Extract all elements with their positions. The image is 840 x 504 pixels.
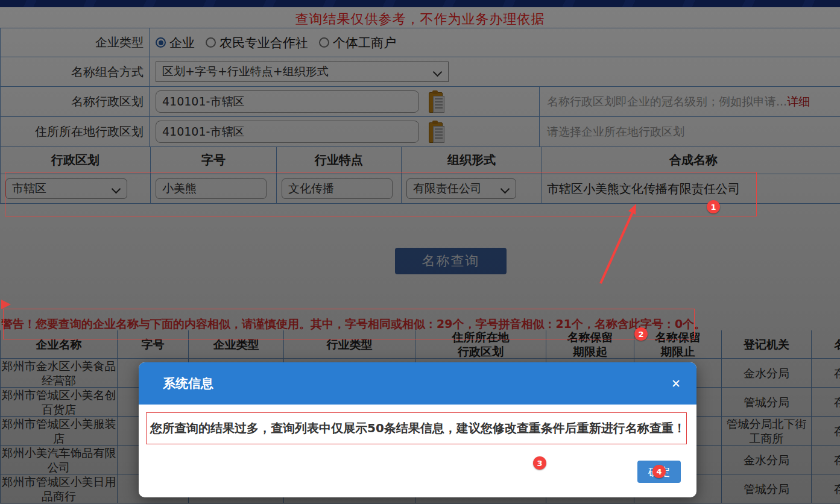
dialog-message-box: 您所查询的结果过多，查询列表中仅展示50条结果信息，建议您修改查重条件后重新进行… [146, 412, 687, 444]
close-icon[interactable]: ✕ [671, 377, 681, 390]
dialog-header: 系统信息 ✕ [139, 362, 696, 405]
dialog-message-text: 您所查询的结果过多，查询列表中仅展示50条结果信息，建议您修改查重条件后重新进行… [150, 420, 686, 436]
confirm-button[interactable]: 确定 [637, 461, 681, 483]
dialog-title: 系统信息 [163, 362, 213, 405]
system-info-dialog: 系统信息 ✕ 您所查询的结果过多，查询列表中仅展示50条结果信息，建议您修改查重… [139, 362, 696, 497]
